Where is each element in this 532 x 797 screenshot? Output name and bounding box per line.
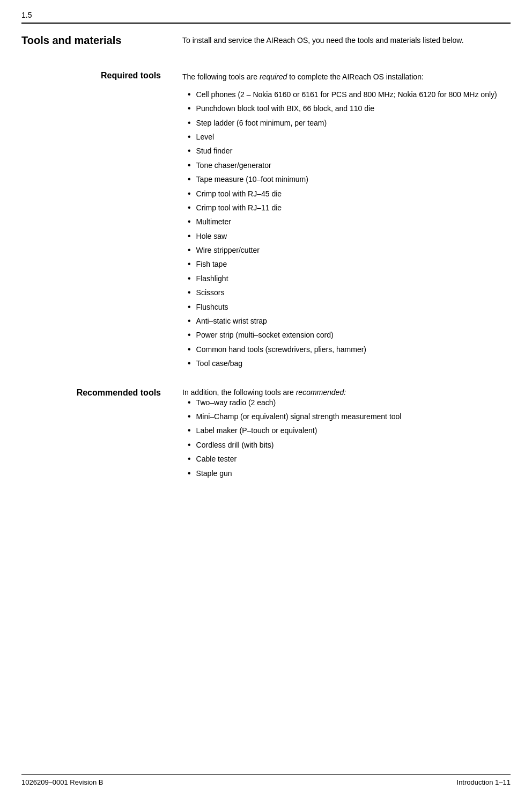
required-tool-item: Wire stripper/cutter bbox=[182, 244, 511, 256]
top-divider bbox=[21, 23, 511, 24]
recommended-tool-item: Two–way radio (2 each) bbox=[182, 397, 511, 408]
required-tool-item: Level bbox=[182, 131, 511, 143]
recommended-intro-before: In addition, the following tools are bbox=[182, 388, 296, 397]
recommended-tool-item: Staple gun bbox=[182, 467, 511, 479]
required-tool-item: Hole saw bbox=[182, 230, 511, 242]
required-intro-text: The following tools are required to comp… bbox=[182, 71, 511, 83]
required-tool-item: Scissors bbox=[182, 287, 511, 298]
required-tool-item: Stud finder bbox=[182, 145, 511, 157]
recommended-intro-text: In addition, the following tools are rec… bbox=[182, 388, 511, 397]
required-tool-item: Multimeter bbox=[182, 216, 511, 228]
required-tool-item: Anti–static wrist strap bbox=[182, 315, 511, 327]
recommended-heading-col: Recommended tools bbox=[21, 388, 182, 398]
recommended-tool-item: Cable tester bbox=[182, 453, 511, 465]
recommended-tool-item: Label maker (P–touch or equivalent) bbox=[182, 425, 511, 436]
required-tool-item: Cell phones (2 – Nokia 6160 or 6161 for … bbox=[182, 89, 511, 100]
title-right-col: To install and service the AIReach OS, y… bbox=[182, 34, 511, 55]
footer-right: Introduction 1–11 bbox=[457, 778, 511, 786]
required-tool-item: Common hand tools (screwdrivers, pliers,… bbox=[182, 343, 511, 355]
tools-intro-text: To install and service the AIReach OS, y… bbox=[182, 34, 511, 46]
required-tool-item: Tape measure (10–foot minimum) bbox=[182, 173, 511, 185]
recommended-tools-list: Two–way radio (2 each)Mini–Champ (or equ… bbox=[182, 397, 511, 479]
required-tools-heading: Required tools bbox=[101, 71, 172, 80]
recommended-tools-heading: Recommended tools bbox=[77, 388, 172, 397]
required-tool-item: Step ladder (6 foot minimum, per team) bbox=[182, 117, 511, 129]
required-tool-item: Flushcuts bbox=[182, 301, 511, 313]
required-intro-after: to complete the AIReach OS installation: bbox=[287, 72, 423, 81]
required-heading-col: Required tools bbox=[21, 71, 182, 81]
required-tool-item: Tool case/bag bbox=[182, 357, 511, 369]
required-tool-item: Flashlight bbox=[182, 273, 511, 284]
recommended-tool-item: Cordless drill (with bits) bbox=[182, 439, 511, 451]
recommended-tools-section: Recommended tools In addition, the follo… bbox=[21, 388, 511, 481]
recommended-tool-item: Mini–Champ (or equivalent) signal streng… bbox=[182, 411, 511, 422]
section-main-title: Tools and materials bbox=[21, 34, 121, 46]
recommended-intro-italic: recommended: bbox=[296, 388, 346, 397]
required-tool-item: Crimp tool with RJ–11 die bbox=[182, 202, 511, 214]
required-tools-list: Cell phones (2 – Nokia 6160 or 6161 for … bbox=[182, 89, 511, 370]
footer-left: 1026209–0001 Revision B bbox=[21, 778, 104, 786]
recommended-tools-content: In addition, the following tools are rec… bbox=[182, 388, 511, 481]
title-row: Tools and materials To install and servi… bbox=[21, 34, 511, 55]
required-tools-section: Required tools The following tools are r… bbox=[21, 71, 511, 371]
required-intro-italic: required bbox=[260, 72, 287, 81]
page-container: 1.5 Tools and materials To install and s… bbox=[0, 0, 532, 797]
footer: 1026209–0001 Revision B Introduction 1–1… bbox=[21, 774, 511, 786]
page-number-top: 1.5 bbox=[21, 11, 511, 19]
required-tool-item: Tone chaser/generator bbox=[182, 159, 511, 171]
required-tool-item: Punchdown block tool with BIX, 66 block,… bbox=[182, 103, 511, 114]
required-tool-item: Fish tape bbox=[182, 258, 511, 270]
required-tool-item: Crimp tool with RJ–45 die bbox=[182, 188, 511, 200]
required-intro-before: The following tools are bbox=[182, 72, 260, 81]
title-left-col: Tools and materials bbox=[21, 34, 182, 47]
required-tools-content: The following tools are required to comp… bbox=[182, 71, 511, 371]
required-tool-item: Power strip (multi–socket extension cord… bbox=[182, 329, 511, 341]
